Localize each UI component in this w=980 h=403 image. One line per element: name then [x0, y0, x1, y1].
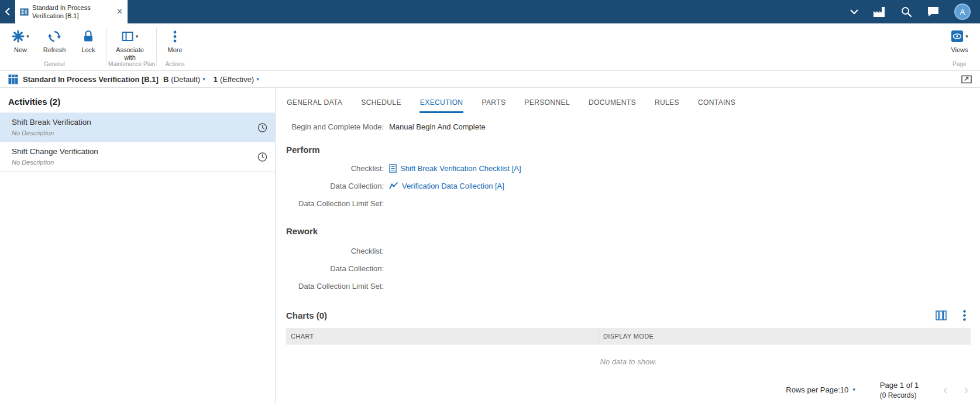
- next-page-button[interactable]: ›: [964, 384, 968, 397]
- empty-table-message: No data to show.: [286, 344, 971, 377]
- main-area: Activities (2) Shift Break Verification …: [0, 88, 980, 403]
- limit-set-label: Data Collection Limit Set:: [286, 282, 389, 291]
- line-chart-icon: [389, 182, 398, 190]
- expand-panel-icon: [961, 74, 972, 84]
- document-tab[interactable]: Standard In Process Verification [B.1] ×: [15, 0, 128, 23]
- top-bar: Standard In Process Verification [B.1] ×…: [0, 0, 980, 23]
- checklist-label: Checklist:: [286, 247, 389, 255]
- page-info-block: Page 1 of 1 (0 Records): [880, 380, 919, 400]
- column-header-display-mode[interactable]: DISPLAY MODE: [599, 333, 654, 340]
- more-button-label: More: [168, 46, 183, 54]
- more-button[interactable]: More: [158, 28, 192, 54]
- chevron-down-icon: ▾: [202, 77, 205, 82]
- charts-table-header: CHART DISPLAY MODE: [286, 328, 971, 344]
- ribbon-group-label: Page: [943, 61, 976, 70]
- list-item[interactable]: Shift Break Verification No Description: [0, 112, 275, 142]
- tab-rules[interactable]: RULES: [654, 96, 680, 113]
- chevron-down-icon: ▾: [965, 34, 968, 39]
- breadcrumb-title: Standard In Process Verification [B.1]: [23, 75, 159, 84]
- revision-selector[interactable]: B (Default) ▾: [163, 75, 205, 84]
- perform-section-title: Perform: [286, 145, 971, 155]
- ribbon-group-general: ▾ New Refresh Lock General: [4, 23, 105, 70]
- column-header-chart[interactable]: CHART: [286, 328, 599, 344]
- chevron-down-icon: ▾: [256, 77, 259, 82]
- checklist-link[interactable]: Shift Break Verification Checklist [A]: [389, 164, 521, 173]
- avatar-initial: A: [960, 8, 965, 16]
- tab-contains[interactable]: CONTAINS: [697, 96, 736, 113]
- close-icon[interactable]: ×: [116, 7, 123, 16]
- rework-data-collection-row: Data Collection:: [286, 259, 971, 277]
- version-selector[interactable]: 1 (Effective) ▾: [214, 75, 259, 84]
- new-button[interactable]: ▾ New: [4, 28, 37, 54]
- search-icon[interactable]: [900, 6, 912, 18]
- tab-parts[interactable]: PARTS: [481, 96, 506, 113]
- charts-section-title: Charts (0): [286, 310, 327, 320]
- associate-with-icon: [122, 30, 134, 42]
- refresh-button-label: Refresh: [43, 46, 66, 54]
- ribbon-group-label: Actions: [158, 61, 192, 70]
- checklist-label: Checklist:: [286, 164, 389, 173]
- views-icon: [951, 30, 964, 43]
- data-collection-label: Data Collection:: [286, 182, 389, 190]
- rework-limit-set-row: Data Collection Limit Set:: [286, 277, 971, 295]
- perform-data-collection-row: Data Collection: Verification Data Colle…: [286, 177, 971, 194]
- lock-button-label: Lock: [81, 46, 95, 54]
- rows-per-page-label: Rows per Page:: [786, 385, 840, 394]
- tab-personnel[interactable]: PERSONNEL: [524, 96, 570, 113]
- new-button-label: New: [14, 46, 27, 54]
- rows-per-page-selector[interactable]: Rows per Page:10 ▾: [786, 385, 855, 394]
- chevron-down-icon: ▾: [852, 387, 855, 392]
- page-navigation: ‹ ›: [943, 384, 968, 397]
- chevron-left-icon: [5, 7, 11, 16]
- tab-execution[interactable]: EXECUTION: [419, 96, 464, 113]
- pagination-bar: Rows per Page:10 ▾ Page 1 of 1 (0 Record…: [286, 380, 971, 400]
- revision-value: B: [163, 75, 169, 84]
- records-info: (0 Records): [880, 391, 919, 400]
- lock-button[interactable]: Lock: [71, 28, 105, 54]
- revision-status: (Default): [171, 75, 200, 84]
- data-collection-link[interactable]: Verification Data Collection [A]: [389, 182, 504, 190]
- checklist-link-text: Shift Break Verification Checklist [A]: [400, 164, 521, 173]
- avatar[interactable]: A: [954, 4, 971, 20]
- perform-limit-set-row: Data Collection Limit Set:: [286, 194, 971, 212]
- associate-with-button[interactable]: ▾ Associate with: [108, 28, 152, 61]
- refresh-button[interactable]: Refresh: [37, 28, 71, 54]
- ribbon-group-actions: More Actions: [158, 23, 192, 70]
- ribbon-separator: [106, 28, 107, 66]
- activities-panel: Activities (2) Shift Break Verification …: [0, 88, 276, 403]
- back-button[interactable]: [0, 0, 15, 23]
- chat-icon[interactable]: [927, 6, 940, 18]
- ribbon-toolbar: ▾ New Refresh Lock General: [0, 23, 980, 71]
- chevron-down-icon: ▾: [26, 34, 29, 39]
- page-info: Page 1 of 1: [880, 380, 919, 391]
- views-button[interactable]: ▾ Views: [943, 28, 976, 54]
- rows-per-page-value: 10: [840, 385, 848, 394]
- factory-icon[interactable]: [873, 6, 886, 18]
- refresh-icon: [48, 30, 61, 43]
- detail-panel: GENERAL DATA SCHEDULE EXECUTION PARTS PE…: [276, 88, 980, 403]
- associate-with-label: Associate with: [112, 46, 148, 61]
- ribbon-group-label: General: [4, 61, 105, 70]
- kebab-icon[interactable]: [963, 310, 966, 321]
- lock-icon: [82, 30, 95, 43]
- expand-panel-button[interactable]: [961, 74, 972, 84]
- activity-description: No Description: [12, 159, 249, 166]
- tab-documents[interactable]: DOCUMENTS: [588, 96, 637, 113]
- document-tab-icon: [20, 8, 29, 16]
- tab-general-data[interactable]: GENERAL DATA: [286, 96, 343, 113]
- columns-icon[interactable]: [936, 310, 947, 320]
- topbar-actions: A: [850, 0, 980, 23]
- chevron-down-icon: ▾: [136, 34, 139, 39]
- object-grid-icon: [8, 74, 18, 84]
- rework-section-title: Rework: [286, 226, 971, 236]
- prev-page-button[interactable]: ‹: [943, 384, 947, 397]
- ribbon-group-label: Maintenance Plan: [108, 61, 155, 70]
- list-item[interactable]: Shift Change Verification No Description: [0, 142, 275, 172]
- limit-set-label: Data Collection Limit Set:: [286, 199, 389, 208]
- tab-schedule[interactable]: SCHEDULE: [360, 96, 402, 113]
- charts-table: CHART DISPLAY MODE No data to show.: [286, 328, 971, 377]
- activity-title: Shift Change Verification: [12, 147, 249, 156]
- version-value: 1: [214, 75, 218, 84]
- chevron-down-icon[interactable]: [850, 9, 858, 15]
- begin-complete-mode-row: Begin and Complete Mode: Manual Begin An…: [286, 118, 971, 135]
